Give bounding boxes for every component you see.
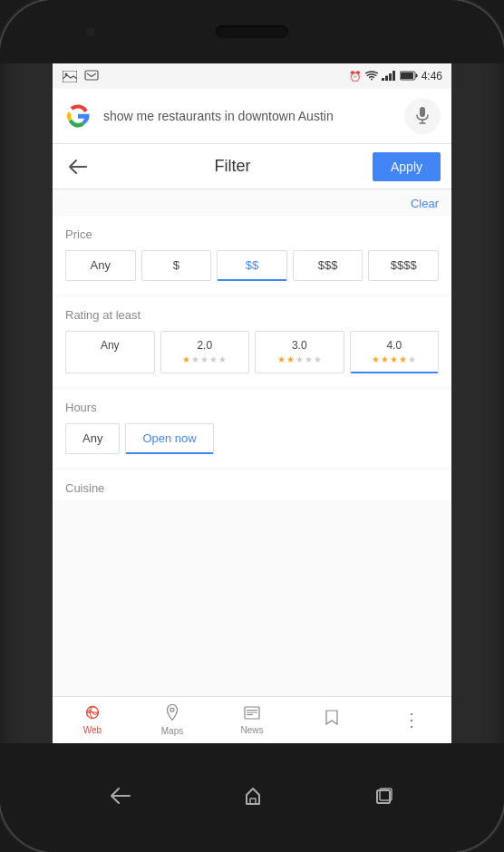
rating-value-3: 3.0 (292, 339, 307, 352)
price-chip-4[interactable]: $$$$ (368, 250, 439, 281)
google-logo (63, 102, 92, 131)
svg-rect-8 (401, 73, 413, 79)
search-query: show me restaurants in downtown Austin (103, 108, 393, 124)
back-button[interactable] (63, 152, 92, 181)
rating-chip-any[interactable]: Any (65, 331, 155, 373)
price-label: Price (65, 228, 439, 241)
nav-item-bookmark[interactable] (292, 697, 372, 743)
star: ★ (286, 354, 295, 364)
svg-rect-4 (385, 75, 388, 81)
nav-label-web: Web (83, 725, 102, 735)
hardware-recent-button[interactable] (375, 787, 393, 809)
stars-3: ★ ★ ★ ★ ★ (277, 354, 322, 364)
wifi-icon (365, 71, 378, 82)
filter-content: Clear Price Any $ $$ $$$ $$$$ Rating at … (53, 189, 451, 696)
star: ★ (218, 354, 227, 364)
star: ★ (381, 354, 389, 364)
rating-any-label: Any (101, 339, 120, 352)
rating-value-2: 2.0 (197, 339, 212, 352)
svg-point-15 (170, 708, 174, 712)
front-camera (86, 27, 95, 36)
status-bar: ⏰ (53, 63, 451, 89)
web-icon (85, 705, 100, 723)
rating-chips: Any 2.0 ★ ★ ★ ★ ★ 3.0 (65, 331, 439, 373)
star: ★ (314, 354, 322, 364)
price-section: Price Any $ $$ $$$ $$$$ (53, 217, 451, 294)
news-icon (244, 706, 260, 723)
svg-rect-6 (393, 71, 395, 81)
svg-rect-5 (389, 73, 392, 81)
hardware-back-button[interactable] (111, 788, 131, 808)
price-chip-3[interactable]: $$$ (293, 250, 363, 281)
star: ★ (209, 354, 218, 364)
nav-item-news[interactable]: News (212, 697, 292, 743)
star: ★ (296, 354, 304, 364)
mic-button[interactable] (404, 98, 441, 134)
cuisine-header: Cuisine (53, 470, 451, 500)
rating-section: Rating at least Any 2.0 ★ ★ ★ ★ ★ (53, 297, 451, 386)
phone-bottom-bar (0, 743, 504, 852)
alarm-icon: ⏰ (349, 71, 362, 82)
price-chip-1[interactable]: $ (141, 250, 212, 281)
signal-icon (382, 71, 396, 82)
speaker (216, 25, 288, 38)
star: ★ (277, 354, 286, 364)
cuisine-label: Cuisine (65, 481, 104, 495)
rating-chip-4[interactable]: 4.0 ★ ★ ★ ★ ★ (350, 331, 440, 373)
rating-chip-3[interactable]: 3.0 ★ ★ ★ ★ ★ (255, 331, 344, 373)
time: 4:46 (422, 70, 442, 82)
star: ★ (408, 354, 416, 364)
phone-top-bar (0, 0, 504, 63)
price-chip-any[interactable]: Any (65, 250, 136, 281)
hours-section: Hours Any Open now (53, 390, 451, 467)
star: ★ (200, 354, 208, 364)
svg-rect-10 (420, 107, 425, 117)
hours-chips: Any Open now (65, 423, 439, 454)
nav-label-news: News (240, 725, 263, 735)
clear-link[interactable]: Clear (411, 197, 439, 210)
status-left (62, 70, 100, 82)
phone-screen: ⏰ (53, 63, 451, 743)
apply-button[interactable]: Apply (373, 152, 441, 181)
nav-item-web[interactable]: Web (53, 697, 132, 743)
star: ★ (305, 354, 313, 364)
bottom-nav: Web Maps (53, 696, 451, 743)
hours-chip-open[interactable]: Open now (125, 423, 213, 454)
rating-value-4: 4.0 (386, 339, 402, 352)
search-bar: show me restaurants in downtown Austin (53, 89, 451, 144)
price-chips: Any $ $$ $$$ $$$$ (65, 250, 439, 281)
hours-chip-any[interactable]: Any (65, 423, 120, 454)
star: ★ (399, 354, 407, 364)
price-chip-2[interactable]: $$ (217, 250, 287, 281)
svg-rect-3 (382, 78, 384, 81)
stars-4: ★ ★ ★ ★ ★ (372, 354, 416, 364)
rating-label: Rating at least (65, 308, 439, 322)
nav-item-maps[interactable]: Maps (132, 697, 212, 743)
message-icon (83, 70, 100, 82)
more-icon: ⋮ (402, 709, 421, 731)
nav-label-maps: Maps (161, 726, 183, 736)
svg-rect-2 (85, 71, 98, 80)
star: ★ (191, 354, 199, 364)
filter-title: Filter (92, 157, 373, 176)
stars-2: ★ ★ ★ ★ ★ (182, 354, 227, 364)
filter-header: Filter Apply (53, 144, 451, 189)
clear-row: Clear (53, 189, 451, 217)
nav-item-more[interactable]: ⋮ (372, 697, 451, 743)
svg-rect-21 (377, 790, 390, 803)
battery-icon (400, 71, 418, 82)
star: ★ (182, 354, 190, 364)
phone-frame: ⏰ (0, 0, 504, 852)
star: ★ (390, 354, 398, 364)
gallery-icon (62, 70, 78, 82)
bookmark-icon (325, 710, 338, 729)
rating-chip-2[interactable]: 2.0 ★ ★ ★ ★ ★ (160, 331, 250, 373)
svg-rect-9 (415, 73, 417, 77)
star: ★ (372, 354, 380, 364)
hours-label: Hours (65, 401, 439, 414)
status-right: ⏰ (349, 70, 442, 82)
hardware-home-button[interactable] (243, 786, 263, 810)
maps-icon (166, 704, 179, 724)
